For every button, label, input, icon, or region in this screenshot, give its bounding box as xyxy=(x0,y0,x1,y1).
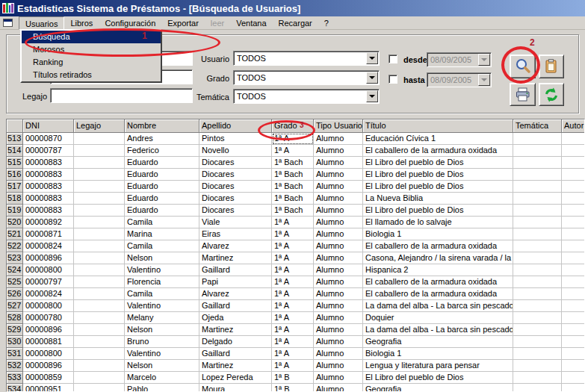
table-cell[interactable] xyxy=(74,240,125,252)
table-cell[interactable] xyxy=(562,205,585,217)
table-cell[interactable]: Andres xyxy=(125,133,199,145)
table-cell[interactable]: Eduardo xyxy=(125,157,199,169)
row-number[interactable]: 519 xyxy=(7,205,23,217)
table-cell[interactable]: 00000896 xyxy=(23,360,74,372)
table-cell[interactable] xyxy=(513,169,562,181)
table-cell[interactable]: Diocares xyxy=(199,193,272,205)
table-cell[interactable] xyxy=(562,372,585,384)
grid-corner[interactable] xyxy=(7,119,23,133)
row-number[interactable]: 522 xyxy=(7,240,23,252)
table-cell[interactable]: Bruno xyxy=(125,336,199,348)
table-cell[interactable]: Lengua y literatura para pensar xyxy=(363,360,513,372)
table-cell[interactable] xyxy=(513,384,562,392)
mdi-child-icon[interactable] xyxy=(3,19,13,27)
table-cell[interactable]: 1ª A xyxy=(272,288,314,300)
row-number[interactable]: 524 xyxy=(7,264,23,276)
table-cell[interactable]: 1ª A xyxy=(272,300,314,312)
col-header-tipo-usuario[interactable]: Tipo Usuario xyxy=(314,119,363,133)
menu-ventana[interactable]: Ventana xyxy=(230,16,272,30)
col-header-titulo[interactable]: Título xyxy=(363,119,513,133)
table-cell[interactable]: Novello xyxy=(199,145,272,157)
hasta-date-combo[interactable]: 08/09/2005 xyxy=(427,72,492,87)
table-cell[interactable]: Eduardo xyxy=(125,181,199,193)
table-cell[interactable]: Alumno xyxy=(314,264,363,276)
table-cell[interactable] xyxy=(74,252,125,264)
table-cell[interactable]: Valentino xyxy=(125,348,199,360)
row-number[interactable]: 521 xyxy=(7,228,23,240)
table-cell[interactable] xyxy=(513,193,562,205)
table-cell[interactable]: Alumno xyxy=(314,133,363,145)
table-cell[interactable]: Martinez xyxy=(199,360,272,372)
table-cell[interactable]: El caballero de la armadura oxidada xyxy=(363,145,513,157)
table-cell[interactable]: Alumno xyxy=(314,240,363,252)
table-cell[interactable]: Alumno xyxy=(314,181,363,193)
menu-recargar[interactable]: Recargar xyxy=(273,16,318,30)
table-cell[interactable]: 1ª A xyxy=(272,264,314,276)
table-cell[interactable] xyxy=(562,348,585,360)
table-cell[interactable]: Biologia 1 xyxy=(363,228,513,240)
table-cell[interactable]: Martinez xyxy=(199,324,272,336)
table-cell[interactable]: Camila xyxy=(125,217,199,228)
table-cell[interactable]: Alumno xyxy=(314,300,363,312)
table-cell[interactable] xyxy=(74,384,125,392)
table-cell[interactable] xyxy=(74,181,125,193)
desde-date-combo[interactable]: 08/09/2005 xyxy=(427,52,492,67)
table-cell[interactable]: Alumno xyxy=(314,217,363,228)
table-cell[interactable]: Nelson xyxy=(125,360,199,372)
table-cell[interactable] xyxy=(74,276,125,288)
row-number[interactable]: 517 xyxy=(7,181,23,193)
chevron-down-icon[interactable] xyxy=(366,90,378,102)
table-cell[interactable]: 1ª B xyxy=(272,372,314,384)
table-cell[interactable]: Alumno xyxy=(314,324,363,336)
table-cell[interactable]: El caballero de la armadura oxidada xyxy=(363,240,513,252)
table-cell[interactable]: 1ª A xyxy=(272,145,314,157)
table-cell[interactable]: La dama del alba - La barca sin pescador xyxy=(363,324,513,336)
table-cell[interactable]: Eduardo xyxy=(125,205,199,217)
table-cell[interactable]: 1ª A xyxy=(272,240,314,252)
table-cell[interactable] xyxy=(513,145,562,157)
table-cell[interactable]: Alumno xyxy=(314,193,363,205)
table-cell[interactable]: Hispanica 2 xyxy=(363,264,513,276)
table-cell[interactable] xyxy=(562,145,585,157)
table-cell[interactable]: Delgado xyxy=(199,336,272,348)
table-cell[interactable]: 00000892 xyxy=(23,217,74,228)
table-cell[interactable]: 00000896 xyxy=(23,324,74,336)
table-cell[interactable] xyxy=(513,276,562,288)
table-cell[interactable] xyxy=(562,336,585,348)
row-number[interactable]: 523 xyxy=(7,252,23,264)
table-cell[interactable]: La Nueva Biblia xyxy=(363,193,513,205)
table-cell[interactable] xyxy=(74,300,125,312)
chevron-down-icon[interactable] xyxy=(366,72,378,84)
menu-libros[interactable]: Libros xyxy=(64,16,99,30)
table-cell[interactable]: Alumno xyxy=(314,312,363,324)
table-cell[interactable]: Alumno xyxy=(314,228,363,240)
table-cell[interactable]: Melany xyxy=(125,312,199,324)
table-cell[interactable]: Eiras xyxy=(199,228,272,240)
table-cell[interactable]: 1ª Bach xyxy=(272,181,314,193)
menu-item-ranking[interactable]: Ranking xyxy=(22,56,161,69)
table-cell[interactable] xyxy=(74,360,125,372)
usuario-combo[interactable]: TODOS xyxy=(233,51,380,66)
table-cell[interactable]: Doquier xyxy=(363,312,513,324)
table-cell[interactable] xyxy=(513,348,562,360)
col-header-autor[interactable]: Autor xyxy=(562,119,585,133)
table-cell[interactable]: Casona, Alejandro / la sirena varada / l… xyxy=(363,252,513,264)
table-cell[interactable]: 1ª A xyxy=(272,312,314,324)
refresh-button[interactable] xyxy=(539,83,564,106)
table-cell[interactable]: El Libro del pueblo de Dios xyxy=(363,169,513,181)
table-cell[interactable]: Federico xyxy=(125,145,199,157)
table-cell[interactable]: 00000797 xyxy=(23,276,74,288)
table-cell[interactable] xyxy=(562,217,585,228)
table-cell[interactable] xyxy=(74,217,125,228)
table-cell[interactable] xyxy=(562,157,585,169)
table-cell[interactable] xyxy=(562,264,585,276)
row-number[interactable]: 525 xyxy=(7,276,23,288)
table-cell[interactable] xyxy=(562,288,585,300)
table-cell[interactable] xyxy=(513,217,562,228)
row-number[interactable]: 531 xyxy=(7,348,23,360)
row-number[interactable]: 515 xyxy=(7,157,23,169)
table-cell[interactable]: Marina xyxy=(125,228,199,240)
table-cell[interactable] xyxy=(562,312,585,324)
table-cell[interactable]: Alumno xyxy=(314,157,363,169)
table-cell[interactable]: 1ª Bach xyxy=(272,193,314,205)
